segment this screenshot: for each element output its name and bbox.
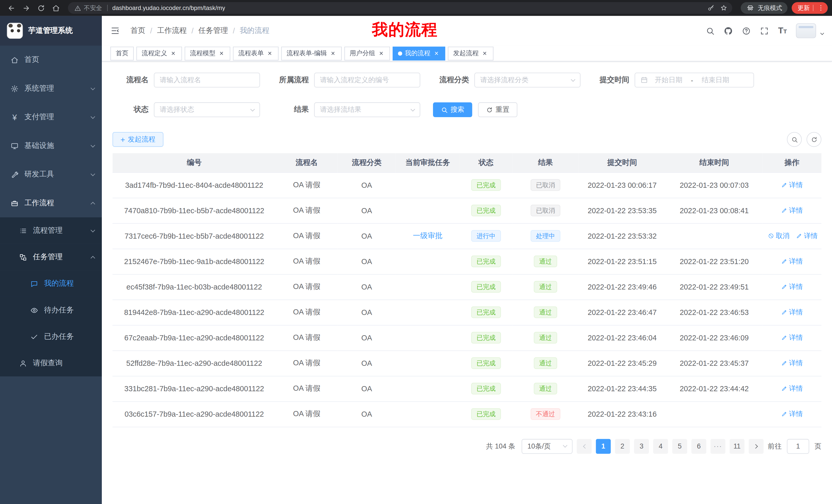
detail-link[interactable]: 详情 bbox=[781, 409, 803, 419]
header-search-icon[interactable] bbox=[706, 26, 715, 35]
tab-用户分组[interactable]: 用户分组× bbox=[344, 47, 390, 60]
tab-我的流程[interactable]: 我的流程× bbox=[393, 47, 445, 60]
detail-link[interactable]: 详情 bbox=[781, 307, 803, 317]
sidebar-item-研发工具[interactable]: 研发工具 bbox=[0, 160, 102, 189]
browser-reload-icon[interactable] bbox=[34, 2, 48, 15]
browser-back-icon[interactable] bbox=[4, 2, 18, 15]
browser-menu-icon[interactable] bbox=[816, 2, 825, 15]
security-label: 不安全 bbox=[84, 4, 102, 12]
detail-link[interactable]: 详情 bbox=[796, 231, 818, 241]
update-button[interactable]: 更新 bbox=[791, 2, 828, 13]
status-select[interactable]: 请选择状态 bbox=[154, 102, 260, 117]
sidebar-item-任务管理[interactable]: 任务管理 bbox=[0, 244, 102, 270]
page-button-6[interactable]: 6 bbox=[691, 439, 706, 454]
tab-发起流程[interactable]: 发起流程× bbox=[448, 47, 493, 60]
page-jump-input[interactable] bbox=[787, 439, 809, 454]
result-tag: 不通过 bbox=[531, 408, 561, 420]
address-bar[interactable]: 不安全 dashboard.yudao.iocoder.cn/bpm/task/… bbox=[68, 2, 732, 13]
process-name-input[interactable]: 请输入流程名 bbox=[154, 73, 260, 88]
close-icon[interactable]: × bbox=[266, 50, 273, 57]
reset-button[interactable]: 重置 bbox=[478, 102, 517, 117]
jump-suffix: 页 bbox=[814, 441, 822, 451]
close-icon[interactable]: × bbox=[481, 50, 488, 57]
avatar-caret-icon[interactable] bbox=[821, 31, 824, 35]
tab-流程模型[interactable]: 流程模型× bbox=[185, 47, 230, 60]
breadcrumb-item-home[interactable]: 首页 bbox=[131, 26, 146, 35]
font-size-icon[interactable]: TT bbox=[778, 26, 787, 35]
breadcrumb-item-task[interactable]: 任务管理 bbox=[198, 26, 228, 35]
prev-page-button[interactable] bbox=[577, 439, 592, 454]
detail-link[interactable]: 详情 bbox=[781, 384, 803, 393]
cell-current-task bbox=[396, 325, 460, 351]
detail-link[interactable]: 详情 bbox=[781, 257, 803, 266]
next-page-button[interactable] bbox=[749, 439, 763, 454]
close-icon[interactable]: × bbox=[378, 50, 385, 57]
bookmark-star-icon[interactable] bbox=[717, 2, 730, 15]
page-button-2[interactable]: 2 bbox=[615, 439, 630, 454]
close-icon[interactable]: × bbox=[170, 50, 177, 57]
tab-流程定义[interactable]: 流程定义× bbox=[136, 47, 182, 60]
sidebar-item-工作流程[interactable]: 工作流程 bbox=[0, 189, 102, 217]
detail-link[interactable]: 详情 bbox=[781, 206, 803, 215]
sidebar-item-系统管理[interactable]: 系统管理 bbox=[0, 74, 102, 103]
detail-link[interactable]: 详情 bbox=[781, 180, 803, 190]
help-icon[interactable] bbox=[742, 26, 751, 35]
submit-time-range-picker[interactable]: 开始日期 - 结束日期 bbox=[634, 73, 754, 88]
category-select[interactable]: 请选择流程分类 bbox=[474, 73, 580, 88]
page-ellipsis[interactable]: ··· bbox=[710, 439, 725, 454]
refresh-table-button[interactable] bbox=[807, 132, 822, 147]
password-key-icon[interactable] bbox=[705, 2, 718, 15]
detail-link[interactable]: 详情 bbox=[781, 358, 803, 368]
chevron-down-icon bbox=[90, 228, 95, 232]
browser-forward-icon[interactable] bbox=[19, 2, 33, 15]
page-button-4[interactable]: 4 bbox=[653, 439, 668, 454]
browser-chrome: 不安全 dashboard.yudao.iocoder.cn/bpm/task/… bbox=[0, 0, 832, 16]
security-status[interactable]: 不安全 bbox=[73, 2, 102, 15]
incognito-badge[interactable]: 无痕模式 bbox=[741, 2, 787, 13]
page-button-3[interactable]: 3 bbox=[634, 439, 649, 454]
sidebar-item-流程管理[interactable]: 流程管理 bbox=[0, 217, 102, 244]
tab-流程表单-编辑[interactable]: 流程表单-编辑× bbox=[281, 47, 342, 60]
cell-id: 7470a810-7b9b-11ec-b5b7-acde48001122 bbox=[113, 198, 276, 223]
detail-link[interactable]: 详情 bbox=[781, 333, 803, 342]
result-select[interactable]: 请选择流结果 bbox=[314, 102, 420, 117]
close-icon[interactable]: × bbox=[330, 50, 337, 57]
tab-首页[interactable]: 首页 bbox=[110, 47, 134, 60]
page-button-5[interactable]: 5 bbox=[672, 439, 687, 454]
search-button[interactable]: 搜索 bbox=[433, 102, 472, 117]
sidebar-item-首页[interactable]: 首页 bbox=[0, 46, 102, 74]
breadcrumb-item-workflow[interactable]: 工作流程 bbox=[157, 26, 187, 35]
cell-submit-time: 2022-01-23 00:06:17 bbox=[578, 172, 666, 198]
sidebar-item-我的流程[interactable]: 我的流程 bbox=[0, 271, 102, 297]
list-icon bbox=[19, 227, 27, 234]
cancel-link[interactable]: 取消 bbox=[768, 231, 789, 241]
close-icon[interactable]: × bbox=[433, 50, 440, 57]
github-icon[interactable] bbox=[724, 26, 733, 35]
page-button-1[interactable]: 1 bbox=[596, 439, 611, 454]
detail-link[interactable]: 详情 bbox=[781, 282, 803, 291]
sidebar-item-待办任务[interactable]: 待办任务 bbox=[0, 297, 102, 324]
create-process-button[interactable]: + 发起流程 bbox=[113, 132, 163, 147]
fullscreen-icon[interactable] bbox=[760, 26, 769, 35]
current-task-link[interactable]: 一级审批 bbox=[413, 231, 443, 240]
app-logo[interactable]: 芋道管理系统 bbox=[0, 16, 102, 46]
breadcrumb: 首页 / 工作流程 / 任务管理 / 我的流程 bbox=[131, 26, 269, 35]
sidebar-toggle-icon[interactable] bbox=[110, 26, 124, 35]
sidebar-item-已办任务[interactable]: 已办任务 bbox=[0, 324, 102, 350]
page-size-select[interactable]: 10条/页 bbox=[522, 439, 573, 454]
toggle-search-button[interactable] bbox=[787, 132, 802, 147]
avatar[interactable] bbox=[796, 23, 816, 38]
cell-category: OA bbox=[338, 249, 396, 274]
tab-流程表单[interactable]: 流程表单× bbox=[233, 47, 279, 60]
sidebar-item-支付管理[interactable]: ¥支付管理 bbox=[0, 103, 102, 131]
cell-category: OA bbox=[338, 401, 396, 427]
sidebar-item-请假查询[interactable]: 请假查询 bbox=[0, 350, 102, 376]
cell-end-time bbox=[666, 401, 762, 427]
cell-submit-time: 2022-01-22 23:49:46 bbox=[578, 274, 666, 300]
logo-image bbox=[7, 23, 23, 39]
process-id-input[interactable]: 请输入流程定义的编号 bbox=[314, 73, 420, 88]
browser-home-icon[interactable] bbox=[49, 2, 63, 15]
sidebar-item-基础设施[interactable]: 基础设施 bbox=[0, 132, 102, 160]
page-button-11[interactable]: 11 bbox=[730, 439, 745, 454]
close-icon[interactable]: × bbox=[218, 50, 225, 57]
